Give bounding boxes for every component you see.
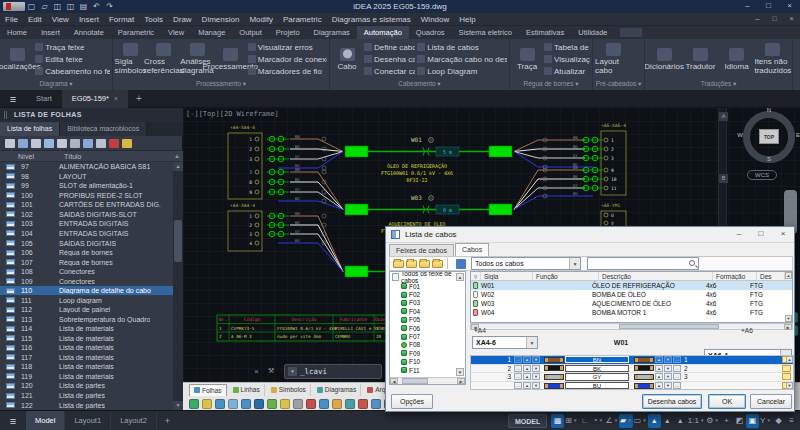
wire-more-button[interactable]: … <box>514 373 522 380</box>
dock-tool-icon[interactable] <box>358 399 368 409</box>
column-funcao[interactable]: Função <box>533 272 599 280</box>
ribbon-button-cabo[interactable]: Cabo <box>332 48 362 71</box>
wire-scroll-up-icon[interactable]: ▲ <box>786 356 793 363</box>
clean-screen-icon[interactable]: ◆ <box>772 414 785 428</box>
ribbon-button-define-cabo[interactable]: Define cabo <box>364 42 415 52</box>
wire-up-icon[interactable]: ▲ <box>523 373 531 380</box>
ribbon-button-lista-de-cabos[interactable]: Lista de cabos <box>417 42 507 52</box>
sheet-row[interactable]: 107Régua de bornes <box>0 257 173 267</box>
wire-down-icon[interactable]: ▼ <box>532 373 540 380</box>
scrollbar-thumb[interactable] <box>619 324 719 329</box>
ribbon-button-edita-feixe[interactable]: Edita feixe <box>35 54 110 64</box>
export-sheet-icon[interactable] <box>96 139 106 148</box>
left-connector-combo[interactable]: XA4-6 ▼ <box>472 336 538 349</box>
print-sheet-icon[interactable] <box>70 139 80 148</box>
column-des[interactable]: Des <box>757 272 785 280</box>
compass-north[interactable]: N <box>764 108 774 113</box>
menu-insert[interactable]: Insert <box>74 13 104 26</box>
ribbon-button-marcacao-cabo-no-desenho[interactable]: Marcação cabo no desenho <box>417 54 507 64</box>
note-icon[interactable] <box>782 373 791 380</box>
dock-tool-icon[interactable] <box>319 399 329 409</box>
panel-label-traducoes[interactable]: Traduções ▾ <box>645 79 792 90</box>
ribbon-button-cabeamento-no-feixe[interactable]: Cabeamento no feixe <box>35 66 110 76</box>
dock-tab-diagramas[interactable]: Diagramas <box>313 384 361 396</box>
minimize-button[interactable]: – <box>737 0 758 13</box>
workspace-icon[interactable]: ⚙▼ <box>705 414 720 428</box>
ok-button[interactable]: OK <box>708 394 746 409</box>
column-titulo[interactable]: Título <box>64 151 82 162</box>
wire-up-icon[interactable]: ▲ <box>523 382 531 389</box>
ribbon-tab-view[interactable]: View <box>161 26 191 39</box>
options-button[interactable]: Opções <box>391 394 433 409</box>
scroll-marker-a[interactable]: A <box>719 112 728 121</box>
tree-item-f11[interactable]: F11 <box>390 366 465 374</box>
chevron-down-icon[interactable]: ▼ <box>599 414 603 428</box>
sheet-row[interactable]: 105SAÍDAS DIGITAIS <box>0 238 173 248</box>
command-tools-icon[interactable]: ⚒ <box>268 367 274 375</box>
menu-dimension[interactable]: Dimension <box>197 13 245 26</box>
doc-minimize-button[interactable]: – <box>749 13 766 26</box>
new-cable-icon[interactable] <box>393 260 404 268</box>
menu-edit[interactable]: Edit <box>23 13 47 26</box>
units-icon[interactable]: ◩ <box>733 414 746 428</box>
layout-tab-model[interactable]: Model <box>26 411 65 430</box>
chevron-down-icon[interactable]: ▼ <box>627 414 631 428</box>
sheet-row[interactable]: 100PROFIBUS REDE-2 SLOT <box>0 191 173 201</box>
wire-down-icon[interactable]: ▼ <box>664 382 672 389</box>
new-drawing-tab-button[interactable]: + <box>136 93 142 104</box>
doc-close-button[interactable]: × <box>783 13 800 26</box>
isolate-objects-icon[interactable]: Y▼ <box>759 414 772 428</box>
dock-tool-icon[interactable] <box>189 399 199 409</box>
chevron-down-icon[interactable]: ▼ <box>700 414 704 428</box>
annotation-scale-icon[interactable]: 1:1▼ <box>687 414 706 428</box>
ribbon-tab-output[interactable]: Output <box>232 26 269 39</box>
column-nivel[interactable]: Nível <box>18 151 34 162</box>
scroll-down-icon[interactable]: ▼ <box>173 401 183 410</box>
sheet-row[interactable]: 109Conectores <box>0 276 173 286</box>
ribbon-button-localizacoes[interactable]: Localizações <box>2 48 33 71</box>
scrollbar-thumb[interactable] <box>402 378 428 384</box>
import-sheet-icon[interactable] <box>18 139 28 148</box>
graphics-performance-icon[interactable]: ▣ <box>746 414 759 428</box>
note-icon[interactable] <box>782 365 791 372</box>
ribbon-button-layout-cabo[interactable]: Layout cabo <box>595 43 631 75</box>
sheet-row[interactable]: 99SLOT de alimentação-1 <box>0 181 173 191</box>
ribbon-button-sigla-simbolos[interactable]: Sigla símbolos <box>115 43 146 75</box>
new-bundle-icon[interactable] <box>406 260 417 268</box>
dock-tool-icon[interactable] <box>241 399 251 409</box>
dock-tool-icon[interactable] <box>215 399 225 409</box>
ortho-mode-icon[interactable]: ∟ <box>578 414 591 428</box>
wire-more-button[interactable]: … <box>514 382 522 389</box>
wire-up-icon[interactable]: ▲ <box>523 356 531 363</box>
grid-display-icon[interactable]: ▦ <box>551 414 564 428</box>
dialog-tab-cabos[interactable]: Cabos <box>455 243 489 256</box>
tree-root-item[interactable]: Todos os feixe de cabos <box>390 272 465 282</box>
ribbon-button-conectar-cabo[interactable]: Conectar cabo <box>364 66 415 76</box>
ribbon-button-atualizar[interactable]: Atualizar <box>544 66 590 76</box>
sheet-row[interactable]: 114Lista de materiais <box>0 324 173 334</box>
save-as-icon[interactable]: ◫ <box>64 1 77 12</box>
chevron-down-icon[interactable]: ▼ <box>569 258 580 269</box>
sheet-row[interactable]: 97ALIMENTAÇÃO BÁSICA S81 <box>0 162 173 172</box>
dock-tool-icon[interactable] <box>202 399 212 409</box>
sheet-row[interactable]: 98LAYOUT <box>0 172 173 182</box>
panel-label-regua-de-bornes[interactable]: Régua de bornes ▾ <box>510 79 592 90</box>
model-space-button[interactable]: MODEL <box>508 414 547 428</box>
column-formacao[interactable]: Formação <box>713 272 757 280</box>
doc-restore-button[interactable]: □ <box>766 13 783 26</box>
chevron-down-icon[interactable]: ▼ <box>614 414 618 428</box>
wire-more-button[interactable]: … <box>673 365 681 372</box>
sheet-row[interactable]: 112Layout de painel <box>0 305 173 315</box>
dock-tab-linhas[interactable]: Linhas <box>229 384 265 396</box>
menu-draw[interactable]: Draw <box>168 13 197 26</box>
ribbon-tab-annotate[interactable]: Annotate <box>67 26 111 39</box>
sheet-row[interactable]: 106Régua de bornes <box>0 248 173 258</box>
ribbon-button-cross-referencias[interactable]: Cross referências <box>148 43 179 75</box>
copy-sheet-icon[interactable] <box>31 139 41 148</box>
compass-west[interactable]: W <box>735 132 745 138</box>
lineweight-icon[interactable]: ▭▼ <box>633 414 648 428</box>
file-tab-eg05-159[interactable]: EG05-159*× <box>62 90 128 108</box>
tree-item-f04[interactable]: F04 <box>390 307 465 315</box>
app-logo-icon[interactable] <box>3 2 25 11</box>
ribbon-button-processamento[interactable]: Processamento <box>215 48 246 71</box>
